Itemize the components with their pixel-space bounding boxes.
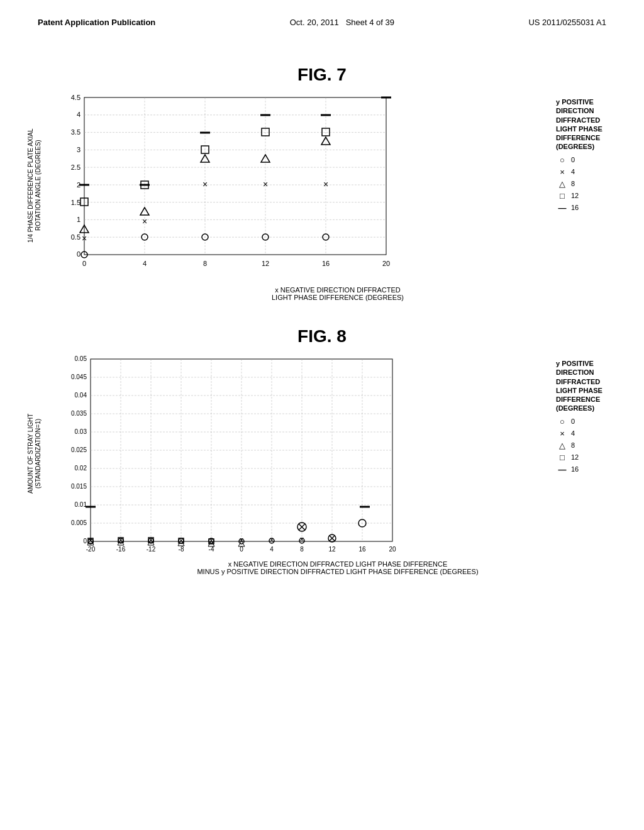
figure-8: FIG. 8 AMOUNT OF STRAY LIGHT(STANDARDIZA… <box>0 326 644 575</box>
figure-7: FIG. 7 1/4 PHASE DIFFERENCE PLATE AXIALR… <box>0 65 644 301</box>
svg-text:0.035: 0.035 <box>71 410 87 417</box>
series-dash <box>79 97 391 185</box>
svg-text:0.045: 0.045 <box>71 374 87 380</box>
fig7-legend-item-4: × 4 <box>556 167 625 177</box>
fig7-title: FIG. 7 <box>19 65 625 85</box>
header-date: Oct. 20, 2011 Sheet 4 of 39 <box>290 18 394 27</box>
fig7-legend-label-16: 16 <box>571 204 579 211</box>
svg-text:20: 20 <box>389 546 396 553</box>
fig7-legend-symbol-8: △ <box>556 179 569 189</box>
page: Patent Application Publication Oct. 20, … <box>0 0 644 830</box>
svg-text:2.5: 2.5 <box>71 163 80 171</box>
svg-text:-8: -8 <box>179 546 184 553</box>
svg-text:0.005: 0.005 <box>71 519 87 526</box>
svg-text:1.5: 1.5 <box>71 199 80 206</box>
fig7-legend-label-0: 0 <box>571 156 575 163</box>
svg-text:4.5: 4.5 <box>71 94 80 101</box>
svg-text:0.05: 0.05 <box>75 355 87 362</box>
svg-text:3.5: 3.5 <box>71 128 80 136</box>
fig8-legend-item-12: □ 12 <box>556 453 625 462</box>
svg-text:0.5: 0.5 <box>71 233 80 241</box>
fig8-legend-label-12: 12 <box>571 453 579 461</box>
svg-text:-20: -20 <box>86 546 96 553</box>
fig8-x-axis-label: x NEGATIVE DIRECTION DIFFRACTED LIGHT PH… <box>50 560 625 575</box>
svg-text:×: × <box>323 179 328 189</box>
svg-text:0.01: 0.01 <box>75 501 87 508</box>
svg-text:-12: -12 <box>147 546 156 553</box>
fig7-legend-title: y POSITIVEDIRECTIONDIFFRACTEDLIGHT PHASE… <box>556 97 625 152</box>
fig7-legend-item-12: □ 12 <box>556 191 625 201</box>
fig8-legend-item-4: × 4 <box>556 429 625 438</box>
fig7-legend-item-8: △ 8 <box>556 179 625 189</box>
header-right: US 2011/0255031 A1 <box>528 18 606 27</box>
svg-text:0.02: 0.02 <box>75 465 87 472</box>
svg-text:0.03: 0.03 <box>75 428 87 435</box>
fig7-chart-area: 1/4 PHASE DIFFERENCE PLATE AXIALROTATION… <box>19 91 625 280</box>
svg-text:12: 12 <box>262 260 269 267</box>
fig7-y-axis-label: 1/4 PHASE DIFFERENCE PLATE AXIALROTATION… <box>19 91 50 280</box>
fig8-legend-item-8: △ 8 <box>556 441 625 450</box>
svg-text:0: 0 <box>82 260 86 267</box>
fig8-legend-label-4: 4 <box>571 429 575 437</box>
fig8-legend-label-0: 0 <box>571 418 575 425</box>
svg-text:0: 0 <box>240 546 243 553</box>
fig7-legend-item-16: — 16 <box>556 203 625 213</box>
svg-rect-0 <box>84 97 386 255</box>
fig8-legend-title: y POSITIVEDIRECTIONDIFFRACTEDLIGHT PHASE… <box>556 359 625 413</box>
svg-text:16: 16 <box>322 260 330 267</box>
fig8-title: FIG. 8 <box>19 326 625 346</box>
svg-text:4: 4 <box>270 546 274 553</box>
svg-text:-16: -16 <box>116 546 126 553</box>
fig7-legend-label-4: 4 <box>571 168 575 175</box>
fig7-svg: 0 0.5 1 1.5 2 2.5 3 3.5 4 4.5 0 4 8 12 <box>53 91 418 280</box>
fig7-legend-symbol-0: ○ <box>556 155 569 165</box>
fig8-svg: 0 0.005 0.01 0.015 0.02 0.025 0.03 0.035… <box>53 353 418 554</box>
svg-text:8: 8 <box>300 546 304 553</box>
page-header: Patent Application Publication Oct. 20, … <box>0 0 644 27</box>
fig7-legend-item-0: ○ 0 <box>556 155 625 165</box>
svg-text:0: 0 <box>83 538 87 545</box>
svg-text:-4: -4 <box>209 546 214 553</box>
fig8-legend-label-8: 8 <box>571 441 575 449</box>
svg-text:8: 8 <box>203 260 207 267</box>
fig8-y-axis-label: AMOUNT OF STRAY LIGHT(STANDARDIZATION=1) <box>19 353 50 554</box>
fig7-legend-label-12: 12 <box>571 192 579 199</box>
svg-text:×: × <box>82 233 87 243</box>
fig8-legend-symbol-12: □ <box>556 453 569 462</box>
fig7-legend-symbol-4: × <box>556 167 569 177</box>
fig7-legend-symbol-12: □ <box>556 191 569 201</box>
fig8-legend-label-16: 16 <box>571 465 579 473</box>
svg-text:16: 16 <box>358 546 366 553</box>
svg-marker-43 <box>321 137 330 145</box>
fig7-legend-symbol-16: — <box>556 203 569 213</box>
svg-text:0.04: 0.04 <box>75 392 87 399</box>
svg-text:×: × <box>203 179 208 189</box>
header-left: Patent Application Publication <box>38 18 155 27</box>
fig8-legend-symbol-4: × <box>556 429 569 438</box>
fig8-legend-symbol-0: ○ <box>556 417 569 426</box>
svg-text:×: × <box>299 535 304 544</box>
svg-text:4: 4 <box>77 111 80 118</box>
fig7-x-axis-label: x NEGATIVE DIRECTION DIFFRACTEDLIGHT PHA… <box>50 286 625 301</box>
fig8-chart-area: AMOUNT OF STRAY LIGHT(STANDARDIZATION=1) <box>19 353 625 554</box>
svg-text:3: 3 <box>77 146 80 153</box>
svg-text:20: 20 <box>382 260 390 267</box>
fig7-legend-label-8: 8 <box>571 180 575 187</box>
fig8-legend-item-16: — 16 <box>556 465 625 474</box>
fig7-chart: 0 0.5 1 1.5 2 2.5 3 3.5 4 4.5 0 4 8 12 <box>53 91 550 280</box>
svg-text:12: 12 <box>328 546 336 553</box>
svg-text:0: 0 <box>77 250 80 258</box>
fig8-legend-symbol-16: — <box>556 465 569 474</box>
svg-text:0.015: 0.015 <box>71 483 87 490</box>
fig7-legend: y POSITIVEDIRECTIONDIFFRACTEDLIGHT PHASE… <box>556 91 625 280</box>
svg-text:×: × <box>142 216 147 226</box>
fig8-legend-item-0: ○ 0 <box>556 417 625 426</box>
fig8-legend-symbol-8: △ <box>556 441 569 450</box>
svg-text:4: 4 <box>143 260 147 267</box>
svg-text:1: 1 <box>77 216 80 223</box>
svg-text:×: × <box>269 536 274 545</box>
fig8-legend: y POSITIVEDIRECTIONDIFFRACTEDLIGHT PHASE… <box>556 353 625 554</box>
svg-text:×: × <box>263 179 268 189</box>
svg-text:0.025: 0.025 <box>71 446 87 453</box>
fig8-chart: 0 0.005 0.01 0.015 0.02 0.025 0.03 0.035… <box>53 353 550 554</box>
